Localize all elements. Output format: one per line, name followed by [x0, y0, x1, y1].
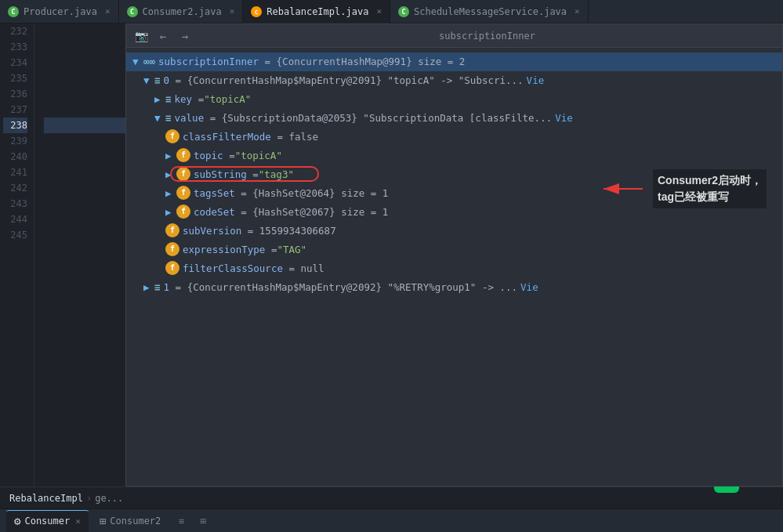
- toggle-6[interactable]: ▶: [165, 167, 176, 183]
- debug-entry-topic[interactable]: ▶ f topic = "topicA": [126, 147, 782, 165]
- ln-237: 237: [3, 102, 27, 118]
- tab-close-consumer2[interactable]: ×: [230, 6, 235, 16]
- ln-243: 243: [3, 196, 27, 212]
- toggle-3[interactable]: ▼: [154, 110, 165, 126]
- var-val-expressiontype: =: [265, 242, 277, 258]
- tab-close-producer[interactable]: ×: [105, 6, 111, 16]
- ln-242: 242: [3, 180, 27, 196]
- toggle-7[interactable]: ▶: [165, 186, 176, 201]
- debug-entry-value[interactable]: ▼ ≡ value = {SubscriptionData@2053} "Sub…: [126, 109, 782, 128]
- var-name-expressiontype: expressionType: [183, 242, 265, 258]
- tab-label-schedule: ScheduleMessageService.java: [414, 6, 567, 17]
- tab-producer[interactable]: C Producer.java ×: [0, 0, 119, 24]
- debug-toolbar: 📷 ← → subscriptionInner: [126, 24, 782, 48]
- debug-title: subscriptionInner: [198, 31, 776, 42]
- var-name-subversion: subVersion: [183, 223, 241, 239]
- var-name-0: subscriptionInner: [158, 54, 259, 70]
- breadcrumb-ge: ge...: [95, 493, 123, 504]
- toggle-8[interactable]: ▶: [165, 204, 176, 220]
- tab-icon-producer: C: [8, 6, 19, 17]
- bottom-btn-grid[interactable]: ⊞: [194, 512, 212, 530]
- var-val-tagsset: = {HashSet@2064} size = 1: [235, 186, 389, 201]
- annotation-text: Consumer2启动时，tag已经被重写: [653, 169, 767, 208]
- icon-filterclass: f: [165, 261, 179, 275]
- tab-icon-consumer2: C: [127, 6, 138, 17]
- var-val-0: = {ConcurrentHashMap@991} size = 2: [259, 54, 465, 70]
- breadcrumb-sep: ›: [86, 493, 92, 504]
- bottom-tab-close-consumer[interactable]: ×: [75, 516, 81, 527]
- var-name-classfilter: classFilterMode: [183, 129, 271, 145]
- tab-close-rebalance[interactable]: ×: [376, 6, 382, 16]
- debug-entry-0[interactable]: ▼ ≡ 0 = {ConcurrentHashMap$MapEntry@2091…: [126, 71, 782, 90]
- toggle-1[interactable]: ▼: [143, 73, 154, 89]
- ln-240: 240: [3, 149, 27, 165]
- icon-substring: f: [176, 167, 190, 181]
- ln-235: 235: [3, 71, 27, 86]
- toggle-0[interactable]: ▼: [132, 54, 143, 70]
- annotation-line1: Consumer2启动时，tag已经被重写: [658, 172, 762, 205]
- tab-label-rebalance: RebalanceImpl.java: [266, 6, 368, 17]
- var-str-substring: "tag3": [259, 167, 294, 183]
- var-str-topic: "topicA": [235, 148, 282, 164]
- debug-forward-btn[interactable]: →: [176, 27, 194, 45]
- toggle-2[interactable]: ▶: [154, 92, 165, 107]
- annotation-arrow: [600, 179, 647, 198]
- var-val-1entry: = {ConcurrentHashMap$MapEntry@2092} "%RE…: [169, 280, 517, 295]
- tab-schedule[interactable]: C ScheduleMessageService.java ×: [390, 0, 589, 24]
- tab-icon-schedule: C: [398, 6, 409, 17]
- debug-entry-subversion[interactable]: f subVersion = 1559934306687: [126, 222, 782, 241]
- var-str-key: "topicA": [204, 92, 251, 107]
- var-val-codeset: = {HashSet@2067} size = 1: [235, 204, 389, 220]
- debug-back-btn[interactable]: ←: [154, 27, 172, 45]
- var-name-1: 0: [164, 73, 170, 89]
- debug-entry-classfilter[interactable]: f classFilterMode = false: [126, 128, 782, 147]
- bottom-btn-list[interactable]: ≡: [172, 512, 190, 530]
- var-val-subversion: = 1559934306687: [241, 223, 335, 239]
- debug-overlay: 📷 ← → subscriptionInner ▼ ∞∞ subscriptio…: [125, 24, 783, 487]
- var-name-codeset: codeSet: [194, 204, 235, 220]
- tab-label-consumer2: Consumer2.java: [143, 6, 222, 17]
- view-link-1[interactable]: Vie: [527, 73, 545, 89]
- var-val-filterclass: = null: [283, 261, 324, 277]
- view-link-12[interactable]: Vie: [520, 280, 538, 295]
- tab-consumer2[interactable]: C Consumer2.java ×: [119, 0, 244, 24]
- type-icon-0: ∞∞: [143, 54, 155, 70]
- type-icon-1: ≡: [154, 73, 161, 89]
- var-val-value: = {SubscriptionData@2053} "SubscriptionD…: [204, 110, 552, 126]
- var-name-key: key: [175, 92, 193, 107]
- tab-rebalance[interactable]: c RebalanceImpl.java ×: [243, 0, 390, 24]
- icon-topic: f: [176, 148, 190, 162]
- var-name-1entry: 1: [164, 280, 170, 295]
- toggle-5[interactable]: ▶: [165, 148, 176, 164]
- tab-close-schedule[interactable]: ×: [575, 6, 580, 16]
- type-icon-2: ≡: [165, 92, 172, 107]
- bottom-tab-consumer-label: Consumer: [24, 516, 70, 527]
- view-link-3[interactable]: Vie: [555, 110, 573, 126]
- tab-icon-rebalance: c: [251, 6, 262, 17]
- debug-entry-expressiontype[interactable]: f expressionType = "TAG": [126, 241, 782, 259]
- ln-239: 239: [3, 133, 27, 149]
- debug-entry-1[interactable]: ▶ ≡ 1 = {ConcurrentHashMap$MapEntry@2092…: [126, 278, 782, 297]
- line-numbers: 232 233 234 235 236 237 238 239 240 241 …: [0, 24, 34, 487]
- debug-entry-key[interactable]: ▶ ≡ key = "topicA": [126, 90, 782, 109]
- var-val-key: =: [192, 92, 204, 107]
- icon-codeset: f: [176, 204, 190, 219]
- var-name-substring: subString: [194, 167, 247, 183]
- ln-232: 232: [3, 24, 27, 39]
- toggle-12[interactable]: ▶: [143, 280, 154, 295]
- bottom-tab-consumer[interactable]: ⚙ Consumer ×: [6, 510, 89, 532]
- var-str-expressiontype: "TAG": [277, 242, 306, 258]
- ln-245: 245: [3, 227, 27, 243]
- var-name-filterclass: filterClassSource: [183, 261, 283, 277]
- var-val-topic: =: [223, 148, 235, 164]
- debug-entry-subscription-inner[interactable]: ▼ ∞∞ subscriptionInner = {ConcurrentHash…: [126, 52, 782, 71]
- debug-entry-filterclass[interactable]: f filterClassSource = null: [126, 259, 782, 278]
- bottom-tab-consumer2[interactable]: ⊞ Consumer2: [92, 510, 169, 532]
- type-icon-3: ≡: [165, 110, 172, 126]
- breadcrumb-bar: RebalanceImpl › ge...: [0, 487, 783, 508]
- consumer-icon: ⚙: [14, 515, 20, 527]
- debug-content[interactable]: ▼ ∞∞ subscriptionInner = {ConcurrentHash…: [126, 48, 782, 486]
- debug-camera-btn[interactable]: 📷: [132, 27, 150, 45]
- ln-233: 233: [3, 39, 27, 55]
- type-icon-12: ≡: [154, 280, 161, 295]
